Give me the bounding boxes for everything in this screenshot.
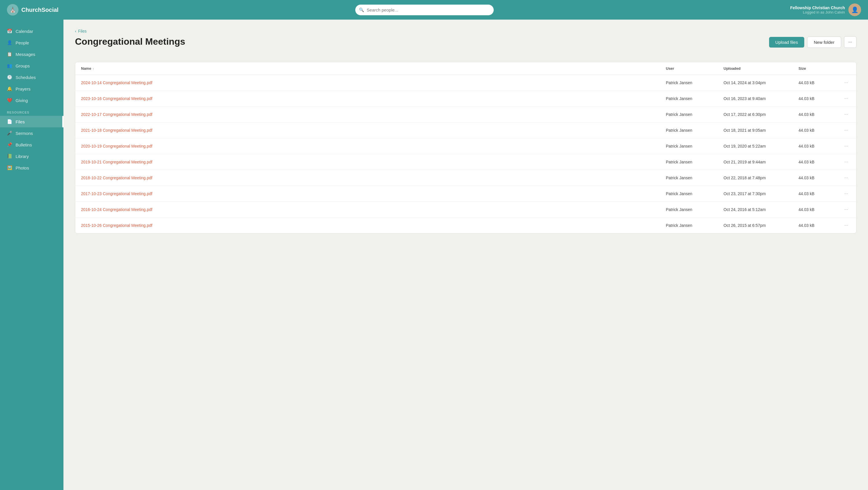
col-header-uploaded[interactable]: Uploaded [723, 66, 799, 71]
file-link[interactable]: 2024-10-14 Congregational Meeting.pdf [81, 80, 153, 85]
search-icon: 🔍 [359, 7, 364, 12]
row-menu-button[interactable]: ··· [842, 174, 850, 182]
more-options-button[interactable]: ··· [844, 36, 857, 48]
file-name-cell[interactable]: 2022-10-17 Congregational Meeting.pdf [81, 112, 666, 117]
file-link[interactable]: 2017-10-23 Congregational Meeting.pdf [81, 191, 153, 196]
size-cell: 44.03 kB [799, 144, 839, 149]
row-menu-button[interactable]: ··· [842, 95, 850, 102]
sidebar-label-giving: Giving [16, 98, 28, 103]
logged-in-label: Logged in as John Calvin [790, 10, 845, 14]
sidebar-item-bulletins[interactable]: 📌 Bulletins [0, 139, 63, 151]
header: ⛪ ChurchSocial 🔍 Fellowship Christian Ch… [0, 0, 868, 20]
sidebar-item-sermons[interactable]: 🎤 Sermons [0, 127, 63, 139]
sidebar-label-people: People [16, 40, 29, 45]
file-link[interactable]: 2016-10-24 Congregational Meeting.pdf [81, 207, 153, 212]
bulletins-icon: 📌 [7, 142, 12, 147]
table-row: 2022-10-17 Congregational Meeting.pdf Pa… [75, 107, 856, 123]
uploaded-cell: Oct 17, 2022 at 6:30pm [723, 112, 799, 117]
row-menu-button[interactable]: ··· [842, 190, 850, 197]
table-body: 2024-10-14 Congregational Meeting.pdf Pa… [75, 75, 856, 233]
file-link[interactable]: 2019-10-21 Congregational Meeting.pdf [81, 160, 153, 164]
people-icon: 👤 [7, 40, 12, 45]
row-menu-button[interactable]: ··· [842, 222, 850, 229]
upload-files-button[interactable]: Upload files [769, 37, 804, 47]
row-menu-button[interactable]: ··· [842, 158, 850, 166]
file-link[interactable]: 2021-10-18 Congregational Meeting.pdf [81, 128, 153, 133]
sidebar-item-people[interactable]: 👤 People [0, 37, 63, 48]
col-header-name[interactable]: Name ↑ [81, 66, 666, 71]
file-link[interactable]: 2018-10-22 Congregational Meeting.pdf [81, 175, 153, 180]
row-menu-button[interactable]: ··· [842, 111, 850, 118]
user-cell: Patrick Jansen [666, 128, 723, 133]
row-actions: ··· [839, 127, 850, 134]
table-row: 2019-10-21 Congregational Meeting.pdf Pa… [75, 154, 856, 170]
row-menu-button[interactable]: ··· [842, 127, 850, 134]
calendar-icon: 📅 [7, 29, 12, 34]
sidebar-label-prayers: Prayers [16, 87, 31, 91]
file-link[interactable]: 2023-10-16 Congregational Meeting.pdf [81, 96, 153, 101]
row-actions: ··· [839, 158, 850, 166]
sidebar-label-files: Files [16, 119, 25, 124]
user-cell: Patrick Jansen [666, 144, 723, 149]
uploaded-cell: Oct 21, 2019 at 9:44am [723, 160, 799, 164]
user-cell: Patrick Jansen [666, 80, 723, 85]
sidebar-item-files[interactable]: 📄 Files [0, 116, 63, 127]
library-icon: 📗 [7, 154, 12, 159]
avatar[interactable]: 👤 [848, 3, 861, 16]
row-actions: ··· [839, 222, 850, 229]
sidebar-item-giving[interactable]: ❤️ Giving [0, 95, 63, 106]
sidebar-item-schedules[interactable]: 🕐 Schedules [0, 71, 63, 83]
file-name-cell[interactable]: 2018-10-22 Congregational Meeting.pdf [81, 175, 666, 181]
uploaded-cell: Oct 22, 2018 at 7:48pm [723, 175, 799, 180]
page-title: Congregational Meetings [75, 36, 185, 47]
table-row: 2024-10-14 Congregational Meeting.pdf Pa… [75, 75, 856, 91]
sidebar-item-groups[interactable]: 👥 Groups [0, 60, 63, 71]
file-link[interactable]: 2020-10-19 Congregational Meeting.pdf [81, 144, 153, 149]
sidebar-label-library: Library [16, 154, 29, 159]
sidebar-item-prayers[interactable]: 🔔 Prayers [0, 83, 63, 95]
row-menu-button[interactable]: ··· [842, 79, 850, 87]
groups-icon: 👥 [7, 63, 12, 68]
col-header-user[interactable]: User [666, 66, 723, 71]
search-input[interactable] [355, 5, 494, 15]
file-name-cell[interactable]: 2021-10-18 Congregational Meeting.pdf [81, 128, 666, 133]
uploaded-cell: Oct 24, 2016 at 5:12am [723, 207, 799, 212]
sort-arrow: ↑ [92, 67, 94, 70]
file-name-cell[interactable]: 2020-10-19 Congregational Meeting.pdf [81, 143, 666, 149]
sidebar-label-schedules: Schedules [16, 75, 36, 80]
file-name-cell[interactable]: 2017-10-23 Congregational Meeting.pdf [81, 191, 666, 196]
file-name-cell[interactable]: 2019-10-21 Congregational Meeting.pdf [81, 159, 666, 165]
new-folder-button[interactable]: New folder [807, 37, 841, 48]
col-header-size[interactable]: Size [799, 66, 839, 71]
size-cell: 44.03 kB [799, 191, 839, 196]
sidebar-item-calendar[interactable]: 📅 Calendar [0, 25, 63, 37]
row-actions: ··· [839, 190, 850, 197]
breadcrumb-arrow: ‹ [75, 29, 76, 33]
search-bar-wrapper: 🔍 [355, 5, 494, 15]
file-link[interactable]: 2015-10-26 Congregational Meeting.pdf [81, 223, 153, 228]
sidebar-item-messages[interactable]: 📋 Messages [0, 48, 63, 60]
file-link[interactable]: 2022-10-17 Congregational Meeting.pdf [81, 112, 153, 117]
table-row: 2018-10-22 Congregational Meeting.pdf Pa… [75, 170, 856, 186]
file-name-cell[interactable]: 2024-10-14 Congregational Meeting.pdf [81, 80, 666, 85]
user-cell: Patrick Jansen [666, 112, 723, 117]
row-menu-button[interactable]: ··· [842, 142, 850, 150]
logo: ⛪ ChurchSocial [7, 4, 59, 15]
row-actions: ··· [839, 111, 850, 118]
row-menu-button[interactable]: ··· [842, 206, 850, 213]
table-row: 2020-10-19 Congregational Meeting.pdf Pa… [75, 138, 856, 154]
table-row: 2017-10-23 Congregational Meeting.pdf Pa… [75, 186, 856, 202]
user-cell: Patrick Jansen [666, 191, 723, 196]
logo-icon: ⛪ [7, 4, 19, 15]
table-row: 2023-10-16 Congregational Meeting.pdf Pa… [75, 91, 856, 107]
sidebar-item-library[interactable]: 📗 Library [0, 151, 63, 162]
table-header: Name ↑ User Uploaded Size [75, 62, 856, 75]
sidebar-item-photos[interactable]: 🖼️ Photos [0, 162, 63, 173]
uploaded-cell: Oct 26, 2015 at 6:57pm [723, 223, 799, 228]
file-name-cell[interactable]: 2015-10-26 Congregational Meeting.pdf [81, 223, 666, 228]
sidebar-label-sermons: Sermons [16, 131, 33, 136]
file-name-cell[interactable]: 2023-10-16 Congregational Meeting.pdf [81, 96, 666, 101]
resources-section-label: RESOURCES [0, 106, 63, 116]
file-name-cell[interactable]: 2016-10-24 Congregational Meeting.pdf [81, 207, 666, 212]
breadcrumb[interactable]: ‹ Files [75, 29, 857, 33]
